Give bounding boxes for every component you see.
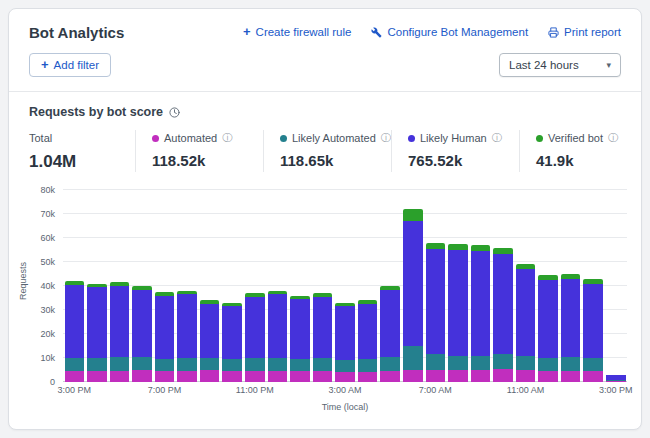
stacked-bar-19[interactable] <box>493 190 513 382</box>
bar-slot <box>401 190 424 382</box>
stacked-bar-16[interactable] <box>426 190 446 382</box>
header-actions: + Create firewall rule Configure Bot Man… <box>243 24 621 38</box>
add-filter-button[interactable]: + Add filter <box>29 53 111 77</box>
stacked-bar-4[interactable] <box>155 190 175 382</box>
wrench-icon <box>371 27 382 38</box>
stacked-bar-9[interactable] <box>268 190 288 382</box>
bar-segment-likely-automated <box>110 357 130 371</box>
configure-bot-management-link[interactable]: Configure Bot Management <box>371 26 528 38</box>
bar-segment-likely-automated <box>403 346 423 370</box>
bar-segment-likely-automated <box>132 357 152 370</box>
y-tick-label: 30k <box>40 305 55 315</box>
y-tick-label: 70k <box>40 209 55 219</box>
bar-segment-automated <box>290 371 310 382</box>
stacked-bar-3[interactable] <box>132 190 152 382</box>
bar-segment-automated <box>268 371 288 382</box>
stacked-bar-2[interactable] <box>110 190 130 382</box>
bar-segment-likely-automated <box>380 357 400 371</box>
bar-segment-automated <box>493 369 513 382</box>
stat-automated: Automated ⓘ 118.52k <box>135 130 263 172</box>
bar-segment-likely-human <box>335 306 355 360</box>
info-icon[interactable]: ⓘ <box>381 133 391 143</box>
bar-slot <box>447 190 470 382</box>
bar-segment-likely-automated <box>290 359 310 371</box>
bar-segment-automated <box>380 371 400 382</box>
y-tick-label: 20k <box>40 329 55 339</box>
stacked-bar-21[interactable] <box>538 190 558 382</box>
bar-segment-automated <box>313 371 333 382</box>
bar-slot <box>514 190 537 382</box>
time-range-select[interactable]: Last 24 hours ▾ <box>499 53 621 77</box>
stacked-bar-22[interactable] <box>561 190 581 382</box>
bar-slot <box>198 190 221 382</box>
stat-verified-bot: Verified bot ⓘ 41.9k <box>519 130 642 172</box>
add-filter-label: Add filter <box>54 59 99 71</box>
bar-segment-likely-human <box>177 294 197 358</box>
stat-verified-bot-value: 41.9k <box>536 152 631 169</box>
bar-segment-likely-automated <box>87 358 107 371</box>
stacked-bar-15[interactable] <box>403 190 423 382</box>
bar-segment-automated <box>471 370 491 382</box>
print-report-label: Print report <box>564 26 621 38</box>
x-tick-label: 7:00 PM <box>148 385 182 395</box>
stacked-bar-7[interactable] <box>222 190 242 382</box>
bar-slot <box>176 190 199 382</box>
bar-slot <box>379 190 402 382</box>
stacked-bar-24[interactable] <box>606 190 626 382</box>
bar-slot <box>537 190 560 382</box>
page-title: Bot Analytics <box>29 24 124 41</box>
plus-icon: + <box>41 60 49 70</box>
stacked-bar-12[interactable] <box>335 190 355 382</box>
bar-segment-likely-automated <box>177 358 197 371</box>
bar-segment-automated <box>132 370 152 382</box>
y-tick-labels: 010k20k30k40k50k60k70k80k <box>29 190 59 382</box>
stacked-bar-6[interactable] <box>200 190 220 382</box>
bar-segment-automated <box>87 371 107 382</box>
bar-slot <box>86 190 109 382</box>
bar-segment-likely-human <box>268 294 288 358</box>
info-icon[interactable]: ⓘ <box>492 133 502 143</box>
bar-slot <box>334 190 357 382</box>
stacked-bar-20[interactable] <box>516 190 536 382</box>
stat-verified-bot-label: Verified bot <box>548 132 603 144</box>
bar-slot <box>244 190 267 382</box>
print-report-link[interactable]: Print report <box>548 26 621 38</box>
bar-segment-automated <box>448 370 468 382</box>
stacked-bar-1[interactable] <box>87 190 107 382</box>
bar-segment-likely-automated <box>493 354 513 368</box>
stacked-bar-10[interactable] <box>290 190 310 382</box>
bar-segment-automated <box>561 371 581 382</box>
section-title-row: Requests by bot score <box>9 92 641 128</box>
chevron-down-icon: ▾ <box>606 60 611 70</box>
x-tick-label: 3:00 PM <box>58 385 92 395</box>
stacked-bar-14[interactable] <box>380 190 400 382</box>
bar-segment-likely-human <box>290 299 310 359</box>
stacked-bar-18[interactable] <box>471 190 491 382</box>
stacked-bar-17[interactable] <box>448 190 468 382</box>
create-firewall-rule-link[interactable]: + Create firewall rule <box>243 26 351 38</box>
stacked-bar-5[interactable] <box>177 190 197 382</box>
requests-chart: Requests 010k20k30k40k50k60k70k80k 3:00 … <box>9 180 641 429</box>
bar-segment-likely-human <box>222 306 242 359</box>
bar-slot <box>492 190 515 382</box>
info-icon[interactable]: ⓘ <box>222 133 232 143</box>
bar-segment-likely-human <box>471 251 491 355</box>
bar-segment-likely-automated <box>561 357 581 371</box>
stacked-bar-0[interactable] <box>65 190 85 382</box>
verified-bot-legend-dot <box>536 135 543 142</box>
stacked-bar-11[interactable] <box>313 190 333 382</box>
bar-segment-likely-human <box>65 285 85 358</box>
bar-segment-automated <box>177 371 197 382</box>
stacked-bar-23[interactable] <box>583 190 603 382</box>
header: Bot Analytics + Create firewall rule Con… <box>9 9 641 49</box>
stacked-bar-8[interactable] <box>245 190 265 382</box>
configure-bot-management-label: Configure Bot Management <box>387 26 528 38</box>
bar-slot <box>356 190 379 382</box>
bar-segment-likely-human <box>448 250 468 356</box>
x-tick-label: 3:00 PM <box>599 385 633 395</box>
stacked-bar-13[interactable] <box>358 190 378 382</box>
filter-row: + Add filter Last 24 hours ▾ <box>9 49 641 91</box>
bar-segment-automated <box>155 371 175 382</box>
bar-slot <box>582 190 605 382</box>
info-icon[interactable]: ⓘ <box>608 133 618 143</box>
